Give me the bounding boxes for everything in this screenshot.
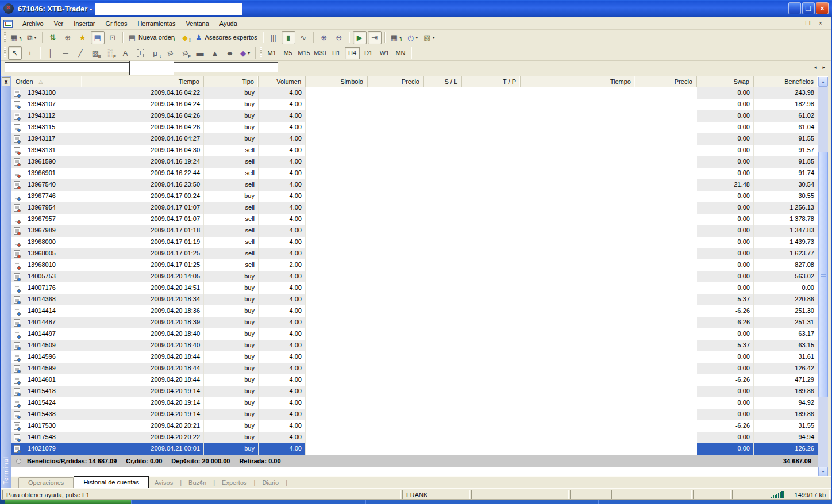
menu-item-ventana[interactable]: Ventana [180, 18, 214, 29]
equidistant-channel-button[interactable]: ▨E [88, 46, 102, 60]
horizontal-line-button[interactable]: ─ [59, 46, 72, 60]
column-header-time2[interactable]: Tiempo [521, 76, 635, 87]
cell-order: 14014497 [24, 328, 82, 340]
indicators-button[interactable]: ▦+▾ [388, 31, 404, 44]
fibonacci-retracement-button[interactable]: ░F [103, 46, 117, 60]
child-minimize-button[interactable]: – [791, 20, 800, 28]
menu-item-insertar[interactable]: Insertar [68, 18, 100, 29]
toolbar-scroll-right-icon[interactable]: ▸ [822, 64, 825, 70]
timeframe-m1[interactable]: M1 [264, 47, 279, 59]
column-header-volume[interactable]: Volumen [259, 76, 306, 87]
new-chart-button[interactable]: ▦+▾ [8, 31, 24, 44]
timeframe-m30[interactable]: M30 [313, 47, 328, 59]
column-header-price[interactable]: Precio [368, 76, 424, 87]
cell-vol: 4.00 [259, 110, 306, 122]
menu-item-ayuda[interactable]: Ayuda [214, 18, 242, 29]
menu-item-ver[interactable]: Ver [49, 18, 69, 29]
trendline-button[interactable]: ╱ [74, 46, 87, 60]
templates-button[interactable]: ▧▾ [421, 31, 437, 44]
tab-avisos[interactable]: Avisos [149, 478, 179, 488]
zoom-out-button[interactable]: ⊖ [332, 31, 346, 44]
timeframe-h1[interactable]: H1 [329, 47, 344, 59]
terminal-side-strip: x Terminal [1, 76, 11, 489]
child-restore-button[interactable]: ❒ [803, 20, 812, 28]
gann-fan-button[interactable]: ≋ [163, 46, 177, 60]
order-type-dot [17, 289, 21, 293]
tab-diario[interactable]: Diario [256, 478, 284, 488]
cycle-lines-button[interactable]: μt [148, 46, 162, 60]
vertical-line-button[interactable]: │ [44, 46, 57, 60]
bar-chart-icon: ||| [271, 34, 276, 41]
favorites-button[interactable]: ★ [76, 31, 90, 44]
start-button-sliver[interactable] [5, 500, 131, 504]
child-close-button[interactable]: × [816, 20, 825, 28]
zoom-in-button[interactable]: ⊕ [317, 31, 331, 44]
tab-expertos[interactable]: Expertos [216, 478, 252, 488]
order-icon-cell [11, 420, 24, 432]
timeframe-m5[interactable]: M5 [280, 47, 295, 59]
tick-chart-button[interactable]: ⇅ [46, 31, 60, 44]
terminal-close-button[interactable]: x [2, 77, 10, 86]
triangle-button[interactable]: ▲ [208, 46, 222, 60]
order-buy-icon [14, 377, 20, 384]
order-type-dot [17, 94, 21, 98]
market-watch-button[interactable]: ▤ [91, 31, 105, 44]
scrollbar-thumb[interactable] [818, 152, 828, 397]
asesores-expertos-button[interactable]: ♟Asesores expertos [193, 31, 260, 44]
chart-shift-button[interactable]: ⇥ [368, 31, 382, 44]
tab-operaciones[interactable]: Operaciones [18, 477, 74, 488]
periods-button[interactable]: ◷▾ [405, 31, 420, 44]
menu-item-archivo[interactable]: Archivo [17, 18, 49, 29]
rectangle-button[interactable]: ▬ [193, 46, 207, 60]
order-sell-icon [14, 204, 20, 212]
periods-icon: ◷ [407, 34, 414, 41]
vertical-scrollbar[interactable]: ▲ ▼ [818, 77, 828, 476]
toolbar-grip[interactable] [4, 47, 6, 59]
restore-button[interactable]: ❒ [802, 2, 815, 14]
timeframe-h4[interactable]: H4 [345, 47, 360, 59]
data-window-button[interactable]: ⊡ [106, 31, 120, 44]
column-header-symbol[interactable]: Simbolo [306, 76, 368, 87]
minimize-button[interactable]: – [788, 2, 801, 14]
nueva-orden-button[interactable]: ▤+Nueva orden [126, 31, 177, 44]
timeframe-d1[interactable]: D1 [361, 47, 376, 59]
text-button[interactable]: A [118, 46, 132, 60]
full-point-button[interactable]: ⊕ [61, 31, 75, 44]
crosshair-button[interactable]: + [23, 46, 37, 60]
scroll-down-icon[interactable]: ▼ [818, 467, 828, 476]
cell-vol: 4.00 [259, 363, 306, 374]
tab-buz-n[interactable]: Buz¢n [183, 478, 212, 488]
toolbar-scroll-left-icon[interactable]: ◂ [814, 64, 817, 70]
arrows-button[interactable]: ◆▾ [238, 46, 252, 60]
scroll-up-icon[interactable]: ▲ [818, 77, 828, 87]
line-chart-button[interactable]: ∿ [296, 31, 310, 44]
cell-swap: 0.00 [697, 248, 754, 259]
column-header-time[interactable]: Tiempo [82, 76, 204, 87]
column-header-sl[interactable]: S / L [424, 76, 462, 87]
toolbar-grip[interactable] [4, 32, 6, 43]
menu-item-herramientas[interactable]: Herramientas [132, 18, 180, 29]
column-header-type[interactable]: Tipo [204, 76, 259, 87]
candlestick-chart-button[interactable]: ▮ [282, 31, 295, 44]
cursor-button[interactable]: ↖ [8, 46, 22, 60]
close-button[interactable]: × [816, 2, 829, 14]
tab-historial-de-cuentas[interactable]: Historial de cuentas [74, 476, 149, 489]
cell-prof: 1 378.78 [754, 214, 818, 225]
timeframe-m15[interactable]: M15 [296, 47, 311, 59]
profiles-button[interactable]: ⧉▾ [25, 31, 38, 44]
menu-item-gr-ficos[interactable]: Gr ficos [101, 18, 133, 29]
column-header-profit[interactable]: Beneficios [754, 76, 818, 87]
column-header-order[interactable]: Orden△ [11, 76, 82, 87]
toolbar-grip[interactable] [260, 47, 262, 59]
timeframe-w1[interactable]: W1 [377, 47, 392, 59]
auto-scroll-button[interactable]: ▶ [353, 31, 367, 44]
column-header-swap[interactable]: Swap [697, 76, 754, 87]
fibonacci-fan-button[interactable]: ≋F [178, 46, 192, 60]
column-header-tp[interactable]: T / P [462, 76, 521, 87]
bar-chart-button[interactable]: ||| [267, 31, 280, 44]
column-header-price2[interactable]: Precio [635, 76, 697, 87]
expert-properties-button[interactable]: ◆! [178, 31, 192, 44]
text-label-button[interactable]: T [133, 46, 147, 60]
timeframe-mn[interactable]: MN [393, 47, 408, 59]
ellipse-button[interactable]: ● [223, 46, 237, 60]
